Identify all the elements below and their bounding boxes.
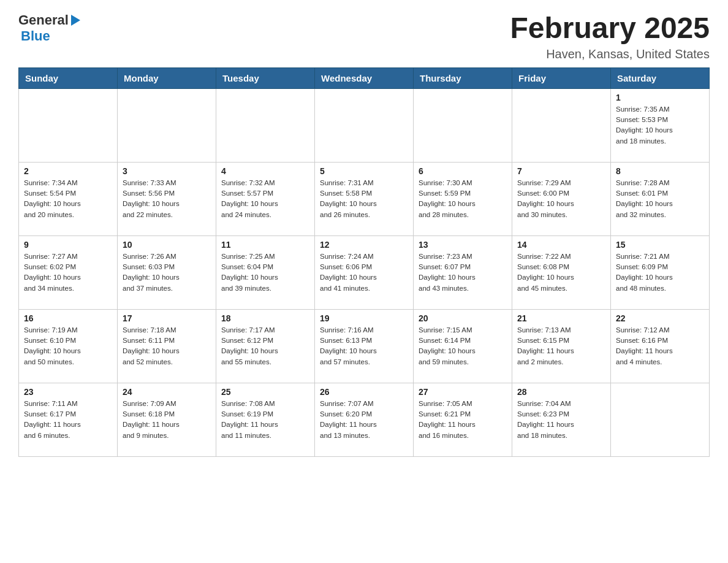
day-cell: 4Sunrise: 7:32 AM Sunset: 5:57 PM Daylig… (216, 162, 315, 236)
day-number: 3 (123, 166, 211, 176)
week-row-5: 23Sunrise: 7:11 AM Sunset: 6:17 PM Dayli… (19, 383, 710, 456)
logo-blue-text: Blue (21, 28, 50, 44)
day-info: Sunrise: 7:11 AM Sunset: 6:17 PM Dayligh… (24, 399, 112, 441)
day-number: 18 (221, 313, 309, 323)
day-cell (512, 88, 611, 162)
week-row-2: 2Sunrise: 7:34 AM Sunset: 5:54 PM Daylig… (19, 162, 710, 236)
day-number: 25 (221, 387, 309, 397)
logo: General Blue (18, 12, 80, 44)
day-cell: 12Sunrise: 7:24 AM Sunset: 6:06 PM Dayli… (315, 236, 414, 309)
col-header-saturday: Saturday (611, 67, 710, 88)
col-header-tuesday: Tuesday (216, 67, 315, 88)
day-number: 13 (419, 240, 507, 250)
day-number: 8 (616, 166, 704, 176)
week-row-4: 16Sunrise: 7:19 AM Sunset: 6:10 PM Dayli… (19, 309, 710, 383)
day-cell: 23Sunrise: 7:11 AM Sunset: 6:17 PM Dayli… (19, 383, 118, 456)
title-block: February 2025 Haven, Kansas, United Stat… (510, 12, 710, 61)
week-row-1: 1Sunrise: 7:35 AM Sunset: 5:53 PM Daylig… (19, 88, 710, 162)
day-info: Sunrise: 7:19 AM Sunset: 6:10 PM Dayligh… (24, 325, 112, 367)
day-cell: 7Sunrise: 7:29 AM Sunset: 6:00 PM Daylig… (512, 162, 611, 236)
day-number: 17 (123, 313, 211, 323)
day-info: Sunrise: 7:29 AM Sunset: 6:00 PM Dayligh… (517, 178, 605, 220)
day-number: 27 (419, 387, 507, 397)
day-info: Sunrise: 7:07 AM Sunset: 6:20 PM Dayligh… (320, 399, 408, 441)
day-number: 23 (24, 387, 112, 397)
col-header-friday: Friday (512, 67, 611, 88)
day-info: Sunrise: 7:15 AM Sunset: 6:14 PM Dayligh… (419, 325, 507, 367)
day-info: Sunrise: 7:22 AM Sunset: 6:08 PM Dayligh… (517, 251, 605, 294)
day-info: Sunrise: 7:32 AM Sunset: 5:57 PM Dayligh… (221, 178, 309, 220)
day-cell: 2Sunrise: 7:34 AM Sunset: 5:54 PM Daylig… (19, 162, 118, 236)
day-number: 14 (517, 240, 605, 250)
day-cell: 10Sunrise: 7:26 AM Sunset: 6:03 PM Dayli… (118, 236, 216, 309)
day-cell: 6Sunrise: 7:30 AM Sunset: 5:59 PM Daylig… (414, 162, 512, 236)
day-info: Sunrise: 7:21 AM Sunset: 6:09 PM Dayligh… (616, 251, 704, 294)
day-cell: 18Sunrise: 7:17 AM Sunset: 6:12 PM Dayli… (216, 309, 315, 383)
day-cell: 17Sunrise: 7:18 AM Sunset: 6:11 PM Dayli… (118, 309, 216, 383)
day-info: Sunrise: 7:05 AM Sunset: 6:21 PM Dayligh… (419, 399, 507, 441)
day-info: Sunrise: 7:24 AM Sunset: 6:06 PM Dayligh… (320, 251, 408, 294)
day-info: Sunrise: 7:18 AM Sunset: 6:11 PM Dayligh… (123, 325, 211, 367)
day-cell: 3Sunrise: 7:33 AM Sunset: 5:56 PM Daylig… (118, 162, 216, 236)
day-cell: 27Sunrise: 7:05 AM Sunset: 6:21 PM Dayli… (414, 383, 512, 456)
day-number: 19 (320, 313, 408, 323)
col-header-monday: Monday (118, 67, 216, 88)
day-cell (315, 88, 414, 162)
day-cell: 28Sunrise: 7:04 AM Sunset: 6:23 PM Dayli… (512, 383, 611, 456)
day-cell: 14Sunrise: 7:22 AM Sunset: 6:08 PM Dayli… (512, 236, 611, 309)
day-number: 12 (320, 240, 408, 250)
day-cell: 16Sunrise: 7:19 AM Sunset: 6:10 PM Dayli… (19, 309, 118, 383)
day-number: 21 (517, 313, 605, 323)
day-cell: 20Sunrise: 7:15 AM Sunset: 6:14 PM Dayli… (414, 309, 512, 383)
day-info: Sunrise: 7:35 AM Sunset: 5:53 PM Dayligh… (616, 104, 704, 147)
day-info: Sunrise: 7:16 AM Sunset: 6:13 PM Dayligh… (320, 325, 408, 367)
header-row: SundayMondayTuesdayWednesdayThursdayFrid… (19, 67, 710, 88)
day-cell: 15Sunrise: 7:21 AM Sunset: 6:09 PM Dayli… (611, 236, 710, 309)
week-row-3: 9Sunrise: 7:27 AM Sunset: 6:02 PM Daylig… (19, 236, 710, 309)
day-number: 6 (419, 166, 507, 176)
day-info: Sunrise: 7:33 AM Sunset: 5:56 PM Dayligh… (123, 178, 211, 220)
day-cell: 26Sunrise: 7:07 AM Sunset: 6:20 PM Dayli… (315, 383, 414, 456)
day-number: 15 (616, 240, 704, 250)
day-cell: 24Sunrise: 7:09 AM Sunset: 6:18 PM Dayli… (118, 383, 216, 456)
day-cell: 19Sunrise: 7:16 AM Sunset: 6:13 PM Dayli… (315, 309, 414, 383)
day-cell (414, 88, 512, 162)
day-number: 11 (221, 240, 309, 250)
day-cell (118, 88, 216, 162)
day-number: 5 (320, 166, 408, 176)
day-number: 24 (123, 387, 211, 397)
day-info: Sunrise: 7:27 AM Sunset: 6:02 PM Dayligh… (24, 251, 112, 294)
day-cell: 21Sunrise: 7:13 AM Sunset: 6:15 PM Dayli… (512, 309, 611, 383)
day-info: Sunrise: 7:12 AM Sunset: 6:16 PM Dayligh… (616, 325, 704, 367)
day-number: 26 (320, 387, 408, 397)
day-info: Sunrise: 7:26 AM Sunset: 6:03 PM Dayligh… (123, 251, 211, 294)
day-info: Sunrise: 7:17 AM Sunset: 6:12 PM Dayligh… (221, 325, 309, 367)
col-header-wednesday: Wednesday (315, 67, 414, 88)
col-header-sunday: Sunday (19, 67, 118, 88)
day-info: Sunrise: 7:23 AM Sunset: 6:07 PM Dayligh… (419, 251, 507, 294)
day-number: 10 (123, 240, 211, 250)
col-header-thursday: Thursday (414, 67, 512, 88)
day-number: 2 (24, 166, 112, 176)
day-info: Sunrise: 7:34 AM Sunset: 5:54 PM Dayligh… (24, 178, 112, 220)
day-info: Sunrise: 7:25 AM Sunset: 6:04 PM Dayligh… (221, 251, 309, 294)
day-cell: 22Sunrise: 7:12 AM Sunset: 6:16 PM Dayli… (611, 309, 710, 383)
day-number: 22 (616, 313, 704, 323)
calendar-subtitle: Haven, Kansas, United States (510, 47, 710, 61)
day-info: Sunrise: 7:09 AM Sunset: 6:18 PM Dayligh… (123, 399, 211, 441)
day-info: Sunrise: 7:31 AM Sunset: 5:58 PM Dayligh… (320, 178, 408, 220)
day-number: 20 (419, 313, 507, 323)
calendar-title: February 2025 (510, 12, 710, 45)
day-cell: 13Sunrise: 7:23 AM Sunset: 6:07 PM Dayli… (414, 236, 512, 309)
logo-general-text: General (18, 12, 69, 28)
day-number: 28 (517, 387, 605, 397)
day-cell: 1Sunrise: 7:35 AM Sunset: 5:53 PM Daylig… (611, 88, 710, 162)
day-cell (19, 88, 118, 162)
day-info: Sunrise: 7:28 AM Sunset: 6:01 PM Dayligh… (616, 178, 704, 220)
day-info: Sunrise: 7:13 AM Sunset: 6:15 PM Dayligh… (517, 325, 605, 367)
day-number: 4 (221, 166, 309, 176)
day-cell: 11Sunrise: 7:25 AM Sunset: 6:04 PM Dayli… (216, 236, 315, 309)
day-number: 1 (616, 93, 704, 102)
logo-arrow-icon (71, 15, 80, 26)
day-cell: 8Sunrise: 7:28 AM Sunset: 6:01 PM Daylig… (611, 162, 710, 236)
